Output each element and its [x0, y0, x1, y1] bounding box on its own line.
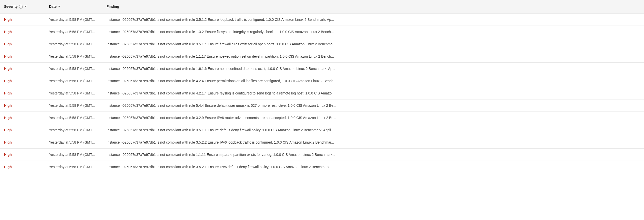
date-sort-icon[interactable]	[58, 6, 60, 7]
severity-value: High	[4, 153, 12, 157]
finding-cell: Instance i-026057d37a7e97db1 is not comp…	[102, 13, 644, 26]
severity-cell: High	[0, 87, 45, 99]
finding-cell: Instance i-026057d37a7e97db1 is not comp…	[102, 99, 644, 112]
finding-cell: Instance i-026057d37a7e97db1 is not comp…	[102, 124, 644, 136]
date-column-header: Date	[45, 0, 102, 13]
severity-value: High	[4, 67, 12, 71]
date-cell: Yesterday at 5:58 PM (GMT...	[45, 26, 102, 38]
severity-value: High	[4, 140, 12, 144]
severity-cell: High	[0, 161, 45, 173]
finding-cell: Instance i-026057d37a7e97db1 is not comp…	[102, 75, 644, 87]
severity-column-header: Severity i	[0, 0, 45, 13]
date-cell: Yesterday at 5:58 PM (GMT...	[45, 149, 102, 161]
severity-cell: High	[0, 149, 45, 161]
severity-cell: High	[0, 112, 45, 124]
date-cell: Yesterday at 5:58 PM (GMT...	[45, 161, 102, 173]
finding-label: Finding	[106, 5, 119, 9]
severity-label: Severity	[4, 5, 18, 9]
severity-value: High	[4, 165, 12, 169]
severity-sort-icon[interactable]	[24, 6, 27, 7]
table-body: HighYesterday at 5:58 PM (GMT...Instance…	[0, 13, 644, 173]
severity-value: High	[4, 30, 12, 34]
table-row[interactable]: HighYesterday at 5:58 PM (GMT...Instance…	[0, 136, 644, 149]
date-cell: Yesterday at 5:58 PM (GMT...	[45, 38, 102, 50]
severity-value: High	[4, 79, 12, 83]
table-row[interactable]: HighYesterday at 5:58 PM (GMT...Instance…	[0, 50, 644, 63]
date-cell: Yesterday at 5:58 PM (GMT...	[45, 63, 102, 75]
finding-cell: Instance i-026057d37a7e97db1 is not comp…	[102, 136, 644, 149]
severity-cell: High	[0, 75, 45, 87]
severity-value: High	[4, 128, 12, 132]
finding-cell: Instance i-026057d37a7e97db1 is not comp…	[102, 112, 644, 124]
date-cell: Yesterday at 5:58 PM (GMT...	[45, 136, 102, 149]
finding-cell: Instance i-026057d37a7e97db1 is not comp…	[102, 87, 644, 99]
severity-cell: High	[0, 13, 45, 26]
severity-cell: High	[0, 124, 45, 136]
findings-table-container: Severity i Date Finding HighYesterday at	[0, 0, 644, 173]
finding-column-header: Finding	[102, 0, 644, 13]
table-row[interactable]: HighYesterday at 5:58 PM (GMT...Instance…	[0, 124, 644, 136]
finding-cell: Instance i-026057d37a7e97db1 is not comp…	[102, 161, 644, 173]
date-cell: Yesterday at 5:58 PM (GMT...	[45, 50, 102, 63]
finding-cell: Instance i-026057d37a7e97db1 is not comp…	[102, 63, 644, 75]
date-cell: Yesterday at 5:58 PM (GMT...	[45, 112, 102, 124]
finding-cell: Instance i-026057d37a7e97db1 is not comp…	[102, 149, 644, 161]
severity-cell: High	[0, 63, 45, 75]
table-row[interactable]: HighYesterday at 5:58 PM (GMT...Instance…	[0, 149, 644, 161]
table-row[interactable]: HighYesterday at 5:58 PM (GMT...Instance…	[0, 99, 644, 112]
severity-value: High	[4, 18, 12, 22]
table-row[interactable]: HighYesterday at 5:58 PM (GMT...Instance…	[0, 13, 644, 26]
date-cell: Yesterday at 5:58 PM (GMT...	[45, 99, 102, 112]
date-cell: Yesterday at 5:58 PM (GMT...	[45, 13, 102, 26]
severity-cell: High	[0, 26, 45, 38]
findings-table: Severity i Date Finding HighYesterday at	[0, 0, 644, 173]
severity-value: High	[4, 54, 12, 58]
severity-cell: High	[0, 99, 45, 112]
table-row[interactable]: HighYesterday at 5:58 PM (GMT...Instance…	[0, 63, 644, 75]
severity-value: High	[4, 116, 12, 120]
date-cell: Yesterday at 5:58 PM (GMT...	[45, 124, 102, 136]
severity-value: High	[4, 103, 12, 107]
severity-value: High	[4, 42, 12, 46]
table-header-row: Severity i Date Finding	[0, 0, 644, 13]
finding-cell: Instance i-026057d37a7e97db1 is not comp…	[102, 38, 644, 50]
date-cell: Yesterday at 5:58 PM (GMT...	[45, 75, 102, 87]
severity-info-icon[interactable]: i	[19, 5, 23, 9]
finding-cell: Instance i-026057d37a7e97db1 is not comp…	[102, 26, 644, 38]
table-row[interactable]: HighYesterday at 5:58 PM (GMT...Instance…	[0, 161, 644, 173]
table-row[interactable]: HighYesterday at 5:58 PM (GMT...Instance…	[0, 26, 644, 38]
severity-cell: High	[0, 50, 45, 63]
severity-cell: High	[0, 136, 45, 149]
table-row[interactable]: HighYesterday at 5:58 PM (GMT...Instance…	[0, 112, 644, 124]
table-row[interactable]: HighYesterday at 5:58 PM (GMT...Instance…	[0, 38, 644, 50]
severity-value: High	[4, 91, 12, 95]
table-row[interactable]: HighYesterday at 5:58 PM (GMT...Instance…	[0, 87, 644, 99]
finding-cell: Instance i-026057d37a7e97db1 is not comp…	[102, 50, 644, 63]
table-row[interactable]: HighYesterday at 5:58 PM (GMT...Instance…	[0, 75, 644, 87]
date-label: Date	[49, 5, 56, 9]
severity-cell: High	[0, 38, 45, 50]
date-cell: Yesterday at 5:58 PM (GMT...	[45, 87, 102, 99]
